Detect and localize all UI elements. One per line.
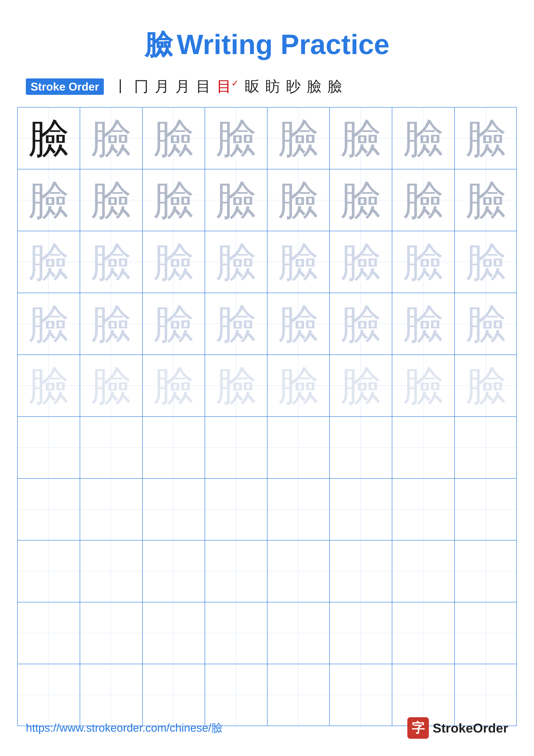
grid-cell-5-8[interactable]: 臉 (455, 355, 517, 417)
grid-cell-4-7[interactable]: 臉 (392, 293, 455, 355)
grid-cell-8-1[interactable] (18, 540, 80, 602)
grid-cell-3-8[interactable]: 臉 (455, 231, 517, 293)
grid-cell-6-3[interactable] (142, 417, 205, 478)
practice-char: 臉 (330, 231, 392, 293)
grid-row-9 (18, 602, 516, 664)
practice-char: 臉 (330, 108, 392, 169)
practice-char: 臉 (392, 231, 454, 293)
grid-cell-2-1[interactable]: 臉 (18, 169, 80, 231)
grid-cell-1-6[interactable]: 臉 (330, 108, 392, 169)
grid-cell-6-4[interactable] (205, 417, 267, 478)
practice-char: 臉 (18, 355, 80, 417)
grid-cell-4-8[interactable]: 臉 (455, 293, 517, 355)
practice-char: 臉 (392, 108, 454, 169)
grid-cell-6-8[interactable] (455, 417, 517, 478)
grid-cell-5-1[interactable]: 臉 (18, 355, 80, 417)
grid-cell-7-6[interactable] (330, 479, 392, 540)
grid-cell-2-7[interactable]: 臉 (392, 169, 455, 231)
grid-cell-10-3[interactable] (142, 664, 205, 726)
grid-cell-8-5[interactable] (267, 540, 330, 602)
grid-cell-5-2[interactable]: 臉 (80, 355, 142, 417)
grid-cell-9-4[interactable] (205, 602, 267, 664)
grid-cell-10-7[interactable] (392, 664, 455, 726)
grid-cell-9-5[interactable] (267, 602, 330, 664)
stroke-step-6: 目✓ (217, 77, 239, 96)
grid-cell-3-6[interactable]: 臉 (330, 231, 392, 293)
practice-char: 臉 (18, 231, 80, 293)
grid-cell-1-5[interactable]: 臉 (267, 108, 330, 169)
grid-cell-7-7[interactable] (392, 479, 455, 540)
grid-cell-7-4[interactable] (205, 479, 267, 540)
grid-cell-1-1[interactable]: 臉 (18, 108, 80, 169)
grid-cell-1-3[interactable]: 臉 (142, 108, 205, 169)
practice-char: 臉 (455, 293, 517, 355)
grid-cell-6-7[interactable] (392, 417, 455, 478)
grid-cell-1-2[interactable]: 臉 (80, 108, 142, 169)
grid-cell-4-6[interactable]: 臉 (330, 293, 392, 355)
grid-cell-4-2[interactable]: 臉 (80, 293, 142, 355)
practice-char: 臉 (455, 355, 517, 417)
grid-cell-2-5[interactable]: 臉 (267, 169, 330, 231)
grid-cell-2-2[interactable]: 臉 (80, 169, 142, 231)
grid-cell-8-8[interactable] (455, 540, 517, 602)
grid-cell-5-4[interactable]: 臉 (205, 355, 267, 417)
grid-cell-8-7[interactable] (392, 540, 455, 602)
grid-cell-6-6[interactable] (330, 417, 392, 478)
grid-cell-3-4[interactable]: 臉 (205, 231, 267, 293)
grid-cell-7-8[interactable] (455, 479, 517, 540)
grid-cell-2-3[interactable]: 臉 (142, 169, 205, 231)
grid-cell-6-5[interactable] (267, 417, 330, 478)
grid-cell-1-8[interactable]: 臉 (455, 108, 517, 169)
grid-cell-2-8[interactable]: 臉 (455, 169, 517, 231)
stroke-step-11: 臉 (327, 77, 342, 96)
grid-cell-6-2[interactable] (80, 417, 142, 478)
grid-cell-10-1[interactable] (18, 664, 80, 726)
practice-char: 臉 (142, 293, 205, 355)
grid-cell-10-6[interactable] (330, 664, 392, 726)
footer-url[interactable]: https://www.strokeorder.com/chinese/臉 (26, 720, 222, 736)
grid-cell-1-4[interactable]: 臉 (205, 108, 267, 169)
footer-logo-text: StrokeOrder (433, 721, 508, 736)
grid-row-6 (18, 417, 516, 479)
grid-cell-9-2[interactable] (80, 602, 142, 664)
grid-cell-10-8[interactable] (455, 664, 517, 726)
grid-cell-10-5[interactable] (267, 664, 330, 726)
grid-cell-9-6[interactable] (330, 602, 392, 664)
grid-cell-7-3[interactable] (142, 479, 205, 540)
grid-cell-3-1[interactable]: 臉 (18, 231, 80, 293)
grid-cell-2-6[interactable]: 臉 (330, 169, 392, 231)
grid-cell-9-7[interactable] (392, 602, 455, 664)
grid-cell-2-4[interactable]: 臉 (205, 169, 267, 231)
grid-cell-3-7[interactable]: 臉 (392, 231, 455, 293)
grid-cell-4-4[interactable]: 臉 (205, 293, 267, 355)
grid-cell-8-4[interactable] (205, 540, 267, 602)
grid-cell-4-3[interactable]: 臉 (142, 293, 205, 355)
grid-row-4: 臉 臉 臉 臉 臉 臉 臉 臉 (18, 293, 516, 355)
grid-cell-5-3[interactable]: 臉 (142, 355, 205, 417)
grid-cell-10-4[interactable] (205, 664, 267, 726)
grid-cell-3-3[interactable]: 臉 (142, 231, 205, 293)
grid-cell-4-5[interactable]: 臉 (267, 293, 330, 355)
grid-cell-6-1[interactable] (18, 417, 80, 478)
grid-cell-7-2[interactable] (80, 479, 142, 540)
grid-cell-9-3[interactable] (142, 602, 205, 664)
grid-cell-4-1[interactable]: 臉 (18, 293, 80, 355)
stroke-step-2: 冂 (134, 77, 149, 96)
grid-cell-3-5[interactable]: 臉 (267, 231, 330, 293)
stroke-order-badge: Stroke Order (26, 78, 104, 95)
grid-cell-9-8[interactable] (455, 602, 517, 664)
grid-cell-3-2[interactable]: 臉 (80, 231, 142, 293)
grid-cell-7-5[interactable] (267, 479, 330, 540)
grid-cell-8-2[interactable] (80, 540, 142, 602)
grid-cell-9-1[interactable] (18, 602, 80, 664)
grid-cell-5-6[interactable]: 臉 (330, 355, 392, 417)
grid-cell-10-2[interactable] (80, 664, 142, 726)
grid-cell-8-3[interactable] (142, 540, 205, 602)
grid-row-1: 臉 臉 臉 臉 臉 臉 臉 臉 (18, 108, 516, 169)
practice-char: 臉 (205, 231, 267, 293)
grid-cell-8-6[interactable] (330, 540, 392, 602)
grid-cell-7-1[interactable] (18, 479, 80, 540)
grid-cell-5-5[interactable]: 臉 (267, 355, 330, 417)
grid-cell-5-7[interactable]: 臉 (392, 355, 455, 417)
grid-cell-1-7[interactable]: 臉 (392, 108, 455, 169)
